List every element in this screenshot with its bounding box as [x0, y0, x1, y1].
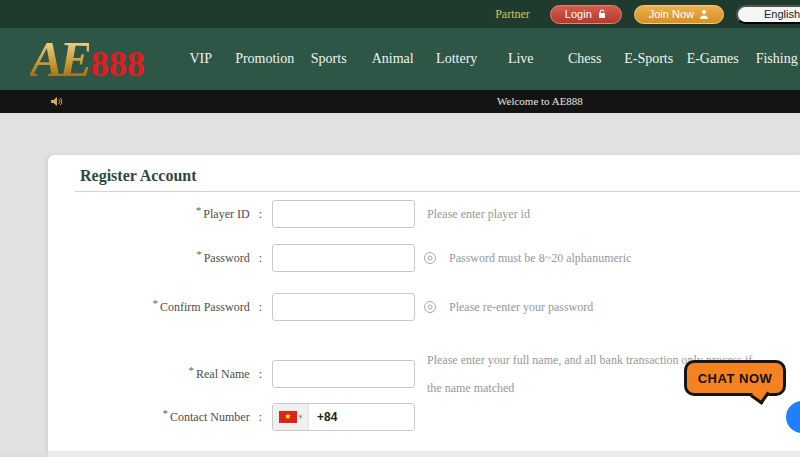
form-row-player-id: * Player ID : Please enter player id — [48, 200, 800, 228]
chevron-down-icon: ▾ — [299, 413, 303, 421]
required-marker: * — [152, 297, 158, 309]
page-title: Register Account — [80, 167, 197, 185]
login-button[interactable]: Login — [550, 5, 622, 24]
password-hint: Password must be 8~20 alphanumeric — [449, 251, 631, 266]
main-nav: VIP Promotion Sports Animal Lottery Live… — [169, 51, 800, 67]
nav-item-promotion[interactable]: Promotion — [233, 51, 297, 67]
required-marker: * — [189, 364, 195, 376]
announcement-bar: Welcome to AE888 — [0, 90, 800, 113]
confirm-password-hint: Please re-enter your password — [449, 300, 593, 315]
speaker-icon — [50, 95, 63, 108]
language-button[interactable]: English — [736, 5, 800, 24]
nav-item-vip[interactable]: VIP — [169, 51, 233, 67]
join-now-button[interactable]: Join Now — [634, 5, 724, 24]
confirm-password-label: * Confirm Password : — [48, 300, 262, 315]
real-name-input[interactable] — [272, 360, 415, 388]
login-label: Login — [565, 8, 592, 20]
form-row-confirm-password: * Confirm Password : Please re-enter you… — [48, 293, 800, 321]
chat-now-button[interactable]: CHAT NOW — [684, 360, 786, 396]
player-id-hint: Please enter player id — [427, 207, 530, 222]
player-id-label: * Player ID : — [48, 207, 262, 222]
confirm-password-input[interactable] — [272, 293, 415, 321]
required-marker: * — [196, 204, 202, 216]
contact-number-label: * Contact Number : — [48, 410, 262, 425]
nav-item-sports[interactable]: Sports — [297, 51, 361, 67]
ae888-logo[interactable]: AE 888 — [30, 34, 145, 85]
player-id-input[interactable] — [272, 200, 415, 228]
marquee-text: Welcome to AE888 — [497, 95, 583, 107]
form-row-password: * Password : Password must be 8~20 alpha… — [48, 244, 800, 272]
nav-item-chess[interactable]: Chess — [553, 51, 617, 67]
logo-888-text: 888 — [91, 43, 145, 85]
password-label: * Password : — [48, 251, 262, 266]
password-visibility-icon[interactable] — [423, 251, 437, 265]
nav-item-esports[interactable]: E-Sports — [617, 51, 681, 67]
language-label: English — [764, 8, 800, 20]
nav-item-lottery[interactable]: Lottery — [425, 51, 489, 67]
chat-now-label: CHAT NOW — [698, 371, 773, 386]
logo-ae-text: AE — [30, 34, 89, 84]
title-divider — [75, 191, 800, 192]
nav-item-animal[interactable]: Animal — [361, 51, 425, 67]
dial-code: +84 — [317, 410, 337, 424]
main-header: AE 888 VIP Promotion Sports Animal Lotte… — [0, 28, 800, 90]
contact-number-input[interactable]: ★ ▾ +84 — [272, 403, 415, 431]
required-marker: * — [163, 407, 169, 419]
partner-link[interactable]: Partner — [495, 7, 530, 22]
join-now-label: Join Now — [649, 8, 694, 20]
bottom-edge — [0, 451, 800, 457]
top-utility-bar: Partner Login Join Now English — [0, 0, 800, 28]
confirm-password-visibility-icon[interactable] — [423, 300, 437, 314]
nav-item-live[interactable]: Live — [489, 51, 553, 67]
nav-item-fishing[interactable]: Fishing — [745, 51, 800, 67]
real-name-label: * Real Name : — [48, 367, 262, 382]
lock-icon — [597, 9, 607, 19]
password-input[interactable] — [272, 244, 415, 272]
nav-item-egames[interactable]: E-Games — [681, 51, 745, 67]
required-marker: * — [196, 248, 202, 260]
country-code-selector[interactable]: ★ ▾ — [273, 404, 309, 430]
form-row-contact-number: * Contact Number : ★ ▾ +84 — [48, 403, 800, 431]
vietnam-flag-icon: ★ — [279, 411, 297, 423]
register-panel: Register Account * Player ID : Please en… — [48, 155, 800, 457]
person-icon — [699, 9, 709, 19]
